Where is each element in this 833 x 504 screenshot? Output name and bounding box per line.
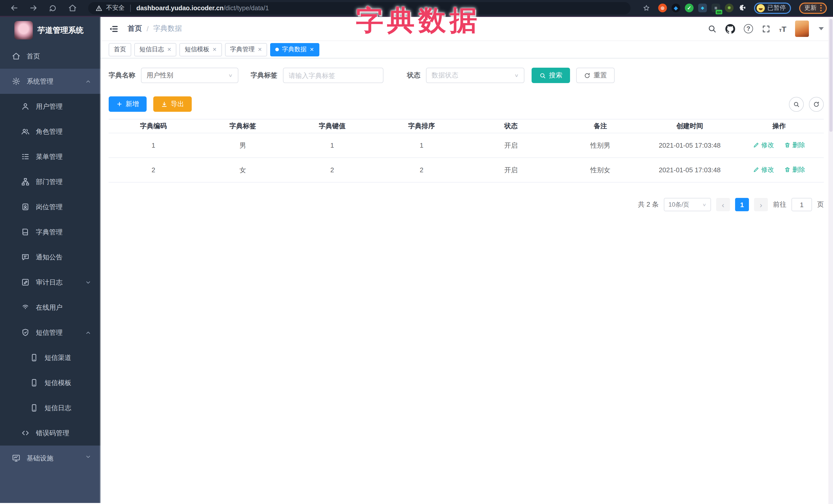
browser-update-button[interactable]: 更新 bbox=[799, 2, 827, 14]
column-header: 状态 bbox=[466, 119, 556, 133]
edit-link[interactable]: 修改 bbox=[753, 166, 774, 174]
column-header: 字典编码 bbox=[109, 119, 198, 133]
pencil-icon bbox=[753, 167, 759, 173]
search-icon[interactable] bbox=[708, 24, 717, 33]
column-header: 字典键值 bbox=[288, 119, 377, 133]
toggle-search-button[interactable] bbox=[789, 97, 804, 112]
on-badge-extension-icon[interactable]: ≣on bbox=[712, 4, 720, 12]
chevron-down-icon: ∨ bbox=[514, 73, 519, 78]
export-button[interactable]: 导出 bbox=[153, 96, 192, 112]
delete-link[interactable]: 删除 bbox=[784, 141, 805, 150]
caret-down-icon[interactable] bbox=[819, 27, 824, 30]
column-header: 字典标签 bbox=[198, 119, 288, 133]
browser-menu-icon[interactable] bbox=[820, 5, 822, 11]
url-path: /dict/type/data/1 bbox=[223, 4, 269, 11]
column-header: 字典排序 bbox=[377, 119, 466, 133]
announcement-icon bbox=[21, 253, 30, 262]
goto-page-input[interactable] bbox=[791, 198, 812, 211]
tab-dict-data[interactable]: 字典数据 ✕ bbox=[270, 43, 319, 56]
menu-list-icon bbox=[21, 152, 30, 161]
close-icon[interactable]: ✕ bbox=[258, 47, 262, 52]
blue-gem-extension-icon[interactable]: ◆ bbox=[671, 4, 680, 12]
sidebar-item-sms-log[interactable]: 短信日志 bbox=[0, 395, 100, 421]
sidebar-item-post-management[interactable]: 岗位管理 bbox=[0, 194, 100, 219]
security-warning-icon[interactable] bbox=[95, 4, 102, 11]
next-page-button[interactable]: › bbox=[754, 198, 768, 211]
browser-home-icon[interactable] bbox=[65, 2, 80, 14]
chevron-up-icon bbox=[85, 330, 91, 336]
sidebar-item-online-users[interactable]: 在线用户 bbox=[0, 295, 100, 320]
font-size-icon[interactable]: тT bbox=[779, 25, 786, 32]
breadcrumb-home[interactable]: 首页 bbox=[128, 24, 142, 33]
scrollbar-thumb[interactable] bbox=[829, 19, 832, 132]
column-header: 创建时间 bbox=[645, 119, 735, 133]
sidebar-item-announcement[interactable]: 通知公告 bbox=[0, 245, 100, 270]
app-logo-row[interactable]: 芋道管理系统 bbox=[0, 17, 100, 44]
sidebar-item-sms-channel[interactable]: 短信渠道 bbox=[0, 345, 100, 370]
green-check-extension-icon[interactable]: ✓ bbox=[685, 4, 694, 12]
sidebar-item-sms-template[interactable]: 短信模板 bbox=[0, 370, 100, 395]
cell-actions: 修改 删除 bbox=[734, 133, 824, 158]
trash-icon bbox=[784, 167, 790, 173]
sidebar-item-role-management[interactable]: 角色管理 bbox=[0, 119, 100, 144]
sidebar-collapse-icon[interactable] bbox=[109, 24, 118, 33]
sidebar-item-home[interactable]: 首页 bbox=[0, 44, 100, 69]
refresh-icon bbox=[584, 72, 591, 79]
browser-reload-icon[interactable] bbox=[45, 2, 61, 14]
page-content: 字典名称 用户性别 ∨ 字典标签 状态 数据状态 ∨ bbox=[100, 58, 833, 503]
help-icon[interactable]: ? bbox=[744, 24, 753, 33]
chevron-down-icon: ∨ bbox=[702, 202, 706, 207]
tab-sms-template[interactable]: 短信模板 ✕ bbox=[180, 43, 222, 56]
close-icon[interactable]: ✕ bbox=[167, 47, 171, 52]
users-icon bbox=[21, 127, 30, 136]
status-select[interactable]: 数据状态 ∨ bbox=[426, 68, 524, 83]
puzzle-extension-icon[interactable] bbox=[738, 4, 747, 12]
add-button[interactable]: 新增 bbox=[109, 96, 147, 112]
sidebar-item-dept-management[interactable]: 部门管理 bbox=[0, 169, 100, 194]
sidebar-item-infrastructure[interactable]: 基础设施 bbox=[0, 446, 100, 503]
window-scrollbar[interactable] bbox=[828, 18, 833, 504]
reset-button[interactable]: 重置 bbox=[576, 68, 615, 83]
browser-forward-icon[interactable] bbox=[26, 2, 41, 14]
sidebar-item-system-management[interactable]: 系统管理 bbox=[0, 69, 100, 94]
user-avatar[interactable] bbox=[795, 21, 809, 37]
url-divider bbox=[130, 4, 131, 11]
table-row: 2 女 2 2 开启 性别女 2021-01-05 17:03:48 修改 删除 bbox=[109, 158, 824, 182]
phone-icon bbox=[30, 404, 39, 412]
tab-dict-management[interactable]: 字典管理 ✕ bbox=[225, 43, 267, 56]
refresh-table-button[interactable] bbox=[809, 97, 824, 112]
page-size-select[interactable]: 10条/页 ∨ bbox=[664, 198, 711, 211]
prev-page-button[interactable]: ‹ bbox=[716, 198, 730, 211]
orange-ring-extension-icon[interactable]: ◎ bbox=[658, 4, 667, 12]
sidebar-item-dict-management[interactable]: 字典管理 bbox=[0, 219, 100, 245]
cell-dict-label: 男 bbox=[198, 133, 288, 158]
dict-label-input[interactable] bbox=[283, 68, 383, 83]
dict-name-select[interactable]: 用户性别 ∨ bbox=[141, 68, 238, 83]
bookmark-star-icon[interactable] bbox=[639, 2, 654, 14]
fullscreen-icon[interactable] bbox=[762, 24, 770, 33]
trash-icon bbox=[784, 142, 790, 148]
browser-back-icon[interactable] bbox=[6, 2, 22, 14]
sidebar-item-audit-log[interactable]: 审计日志 bbox=[0, 270, 100, 295]
search-button[interactable]: 搜索 bbox=[531, 68, 570, 83]
app-logo bbox=[14, 21, 33, 40]
tab-home[interactable]: 首页 bbox=[109, 43, 131, 56]
online-users-icon bbox=[21, 303, 30, 312]
blue-diamond-extension-icon[interactable]: ◆ bbox=[698, 4, 707, 12]
github-icon[interactable] bbox=[725, 24, 735, 33]
sidebar-item-menu-management[interactable]: 菜单管理 bbox=[0, 144, 100, 169]
sidebar-item-user-management[interactable]: 用户管理 bbox=[0, 94, 100, 119]
green-dot-extension-icon[interactable]: ❋ bbox=[725, 4, 734, 12]
sidebar-item-error-code[interactable]: 错误码管理 bbox=[0, 421, 100, 446]
active-dot bbox=[275, 48, 279, 51]
sidebar-item-sms-management[interactable]: 短信管理 bbox=[0, 320, 100, 345]
navbar-actions: ? тT bbox=[708, 21, 824, 37]
delete-link[interactable]: 删除 bbox=[784, 166, 805, 174]
edit-link[interactable]: 修改 bbox=[753, 141, 774, 150]
page-button-1[interactable]: 1 bbox=[735, 198, 749, 211]
close-icon[interactable]: ✕ bbox=[310, 47, 314, 52]
close-icon[interactable]: ✕ bbox=[213, 47, 217, 52]
phone-icon bbox=[30, 378, 39, 387]
tab-sms-log[interactable]: 短信日志 ✕ bbox=[134, 43, 176, 56]
profile-chip[interactable]: 已暂停 bbox=[754, 2, 791, 14]
